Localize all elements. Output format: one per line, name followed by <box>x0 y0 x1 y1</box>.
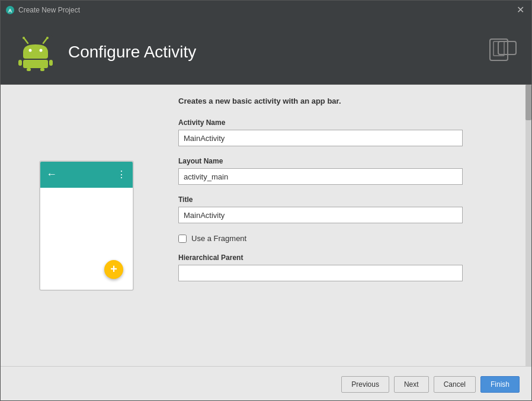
layout-name-input[interactable] <box>178 168 463 185</box>
preview-panel: ← ⋮ + <box>1 85 172 366</box>
phone-fab: + <box>104 260 123 279</box>
finish-button[interactable]: Finish <box>480 376 520 393</box>
svg-text:A: A <box>8 8 12 14</box>
hierarchical-parent-input[interactable] <box>178 265 463 281</box>
use-fragment-checkbox[interactable] <box>178 235 187 243</box>
footer: Previous Next Cancel Finish <box>1 366 531 401</box>
use-fragment-row: Use a Fragment <box>178 234 514 243</box>
phone-back-arrow: ← <box>46 168 57 181</box>
phone-toolbar: ← ⋮ <box>40 162 133 188</box>
activity-name-group: Activity Name <box>178 118 514 146</box>
title-input[interactable] <box>178 207 463 223</box>
page-title: Configure Activity <box>68 43 196 62</box>
title-bar: A Create New Project ✕ <box>1 1 531 20</box>
svg-rect-9 <box>23 60 48 68</box>
scroll-track[interactable] <box>525 85 531 366</box>
window-title: Create New Project <box>18 6 80 14</box>
android-logo <box>15 31 56 73</box>
layout-name-label: Layout Name <box>178 157 514 165</box>
title-group: Title <box>178 195 514 223</box>
svg-point-8 <box>40 49 43 52</box>
header: Configure Activity <box>1 20 531 85</box>
svg-point-6 <box>46 37 49 39</box>
svg-rect-11 <box>49 60 53 66</box>
previous-button[interactable]: Previous <box>341 376 389 393</box>
svg-point-4 <box>23 37 25 39</box>
phone-mockup: ← ⋮ + <box>39 161 134 291</box>
hierarchical-parent-group: Hierarchical Parent <box>178 254 514 281</box>
hierarchical-parent-label: Hierarchical Parent <box>178 254 514 262</box>
scroll-thumb[interactable] <box>525 85 531 120</box>
svg-point-7 <box>29 49 32 52</box>
activity-name-input[interactable] <box>178 130 463 146</box>
close-button[interactable]: ✕ <box>514 4 527 16</box>
svg-rect-13 <box>40 68 44 71</box>
activity-name-label: Activity Name <box>178 118 514 127</box>
device-preview-icon <box>489 38 517 62</box>
svg-rect-12 <box>27 68 31 71</box>
device-icon <box>489 38 517 66</box>
layout-name-group: Layout Name <box>178 157 514 185</box>
app-icon: A <box>5 5 15 15</box>
main-content: ← ⋮ + Creates a new basic activity with … <box>1 85 531 366</box>
cancel-button[interactable]: Cancel <box>434 376 476 393</box>
phone-menu-dots: ⋮ <box>117 169 127 180</box>
use-fragment-label: Use a Fragment <box>191 234 246 243</box>
form-description: Creates a new basic activity with an app… <box>178 97 514 105</box>
next-button[interactable]: Next <box>394 376 429 393</box>
svg-rect-10 <box>18 60 22 66</box>
title-label: Title <box>178 195 514 204</box>
title-bar-left: A Create New Project <box>5 5 80 15</box>
form-panel: Creates a new basic activity with an app… <box>172 85 531 366</box>
